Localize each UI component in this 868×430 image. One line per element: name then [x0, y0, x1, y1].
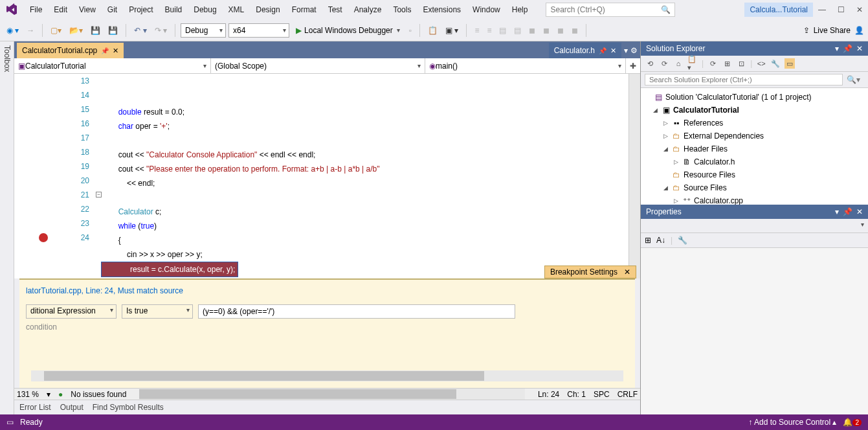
code-icon[interactable]: <>	[756, 58, 766, 69]
close-icon[interactable]: ✕	[856, 44, 863, 53]
back-icon[interactable]: ⟲	[645, 58, 655, 69]
menu-project[interactable]: Project	[124, 3, 158, 17]
show-all-icon[interactable]: ⊡	[736, 58, 746, 69]
new-project-icon[interactable]: ▢▾	[48, 25, 64, 36]
menu-file[interactable]: File	[25, 3, 47, 17]
menu-build[interactable]: Build	[160, 3, 188, 17]
zoom-level[interactable]: 131 %	[17, 390, 39, 399]
liveshare-icon[interactable]: ⇪	[803, 26, 810, 35]
condition-istrue-combo[interactable]: Is true	[122, 304, 193, 319]
add-source-control[interactable]: ↑ Add to Source Control ▴	[748, 418, 836, 427]
save-icon[interactable]: 💾	[88, 25, 103, 36]
sort-icon[interactable]: A↓	[656, 236, 665, 245]
minimize-icon[interactable]: —	[818, 5, 826, 14]
wrench-icon[interactable]: 🔧	[678, 236, 687, 245]
condition-expression-input[interactable]	[198, 304, 515, 319]
vertical-scrollbar[interactable]	[629, 74, 640, 278]
code-editor[interactable]: 131415161718192021222324 − double result…	[14, 74, 640, 278]
menu-extensions[interactable]: Extensions	[417, 3, 466, 17]
spc-indicator[interactable]: SPC	[594, 390, 610, 399]
code-line[interactable]	[101, 133, 629, 148]
nav-function-combo[interactable]: ◉ main()	[425, 58, 626, 73]
open-icon[interactable]: 📂▾	[67, 25, 85, 36]
close-icon[interactable]: ✕	[624, 267, 630, 277]
liveshare-button[interactable]: Live Share	[814, 26, 851, 35]
bottom-tab-find-symbol-results[interactable]: Find Symbol Results	[93, 403, 164, 412]
project-title-tab[interactable]: Calcula...Tutorial	[744, 3, 813, 17]
references-node[interactable]: ▷▪▪References	[641, 117, 868, 130]
code-line[interactable]: cin >> x >> oper >> y;	[101, 247, 629, 262]
fwd-icon[interactable]: ⟳	[659, 58, 669, 69]
redo-icon[interactable]: ↷ ▾	[152, 25, 170, 36]
code-body[interactable]: − double result = 0.0; char oper = '+'; …	[101, 74, 629, 278]
issues-label[interactable]: No issues found	[71, 390, 126, 399]
sync-icon[interactable]: ⟳	[707, 58, 718, 69]
search-input[interactable]	[550, 5, 661, 14]
nav-scope-combo[interactable]: (Global Scope)	[211, 58, 425, 73]
code-line[interactable]: << endl;	[101, 176, 629, 190]
bp-hscroll[interactable]	[31, 370, 623, 381]
code-line[interactable]: char oper = '+';	[101, 119, 629, 133]
close-icon[interactable]: ✕	[856, 207, 863, 216]
tab-calculator-h[interactable]: Calculator.h 📌 ✕	[549, 43, 621, 58]
categorize-icon[interactable]: ⊞	[645, 236, 651, 245]
bottom-tab-error-list[interactable]: Error List	[19, 403, 51, 412]
headers-node[interactable]: ◢🗀Header Files	[641, 142, 868, 155]
search-icon[interactable]: 🔍▾	[843, 74, 864, 85]
close-tab-icon[interactable]: ✕	[610, 47, 616, 55]
split-icon[interactable]: ✚	[626, 58, 640, 73]
breakpoint-gutter[interactable]	[14, 74, 34, 278]
menu-xml[interactable]: XML	[223, 3, 250, 17]
code-line[interactable]	[101, 190, 629, 205]
solution-node[interactable]: ▤Solution 'CalculatorTutorial' (1 of 1 p…	[641, 91, 868, 104]
nav-project-combo[interactable]: ▣ CalculatorTutorial	[14, 58, 211, 73]
menu-window[interactable]: Window	[467, 3, 506, 17]
code-line[interactable]: Calculator c;	[101, 205, 629, 219]
close-icon[interactable]: ✕	[856, 5, 863, 14]
breakpoint-location-link[interactable]: latorTutorial.cpp, Line: 24, Must match …	[26, 286, 629, 295]
nav-fwd-icon[interactable]: →	[24, 25, 37, 36]
window-icon[interactable]: ▭	[6, 418, 14, 427]
pin-icon[interactable]: 📌	[101, 47, 109, 54]
maximize-icon[interactable]: ☐	[838, 5, 845, 14]
pin-icon[interactable]: 📌	[843, 207, 852, 216]
tb-icon-2[interactable]: ▣ ▾	[443, 25, 461, 36]
project-node[interactable]: ◢▣CalculatorTutorial	[641, 104, 868, 117]
resource-node[interactable]: 🗀Resource Files	[641, 168, 868, 181]
code-line[interactable]: cout << "Calculator Console Application"…	[101, 148, 629, 162]
home-icon[interactable]: ⌂	[673, 58, 684, 69]
condition-type-combo[interactable]: ditional Expression	[26, 304, 117, 319]
fold-icon[interactable]: −	[96, 192, 102, 198]
solution-search-input[interactable]	[645, 74, 843, 85]
tab-gear-icon[interactable]: ⚙	[630, 46, 638, 55]
source-node[interactable]: ◢🗀Source Files	[641, 181, 868, 194]
menu-edit[interactable]: Edit	[49, 3, 72, 17]
properties-icon[interactable]: 🔧	[770, 58, 781, 69]
filter-icon[interactable]: ⊞	[722, 58, 732, 69]
pin-icon[interactable]: 📌	[843, 44, 852, 53]
editor-hscroll[interactable]	[139, 389, 525, 400]
platform-combo[interactable]: x64	[228, 23, 289, 38]
preview-icon[interactable]: ▭	[785, 58, 795, 69]
bottom-tab-output[interactable]: Output	[60, 403, 83, 412]
menu-tools[interactable]: Tools	[388, 3, 416, 17]
search-box[interactable]: 🔍	[546, 3, 675, 17]
menu-git[interactable]: Git	[102, 3, 122, 17]
toolbox-tab[interactable]: Toolbox	[0, 41, 14, 414]
user-icon[interactable]: 👤	[854, 26, 864, 35]
menu-design[interactable]: Design	[250, 3, 285, 17]
menu-test[interactable]: Test	[323, 3, 348, 17]
config-combo[interactable]: Debug	[181, 23, 226, 38]
calculator-cpp-node[interactable]: ▷⁺⁺Calculator.cpp	[641, 194, 868, 205]
undo-icon[interactable]: ↶ ▾	[131, 25, 149, 36]
menu-view[interactable]: View	[74, 3, 101, 17]
breakpoint-icon[interactable]	[39, 233, 48, 242]
menu-help[interactable]: Help	[507, 3, 533, 17]
code-line[interactable]: while (true)	[101, 219, 629, 233]
extdeps-node[interactable]: ▷🗀External Dependencies	[641, 130, 868, 142]
nav-back-icon[interactable]: ◉ ▾	[4, 25, 21, 36]
notifications-icon[interactable]: 🔔2	[843, 418, 862, 427]
menu-format[interactable]: Format	[287, 3, 322, 17]
properties-object-combo[interactable]: ▾	[641, 219, 868, 233]
code-line[interactable]: double result = 0.0;	[101, 105, 629, 119]
